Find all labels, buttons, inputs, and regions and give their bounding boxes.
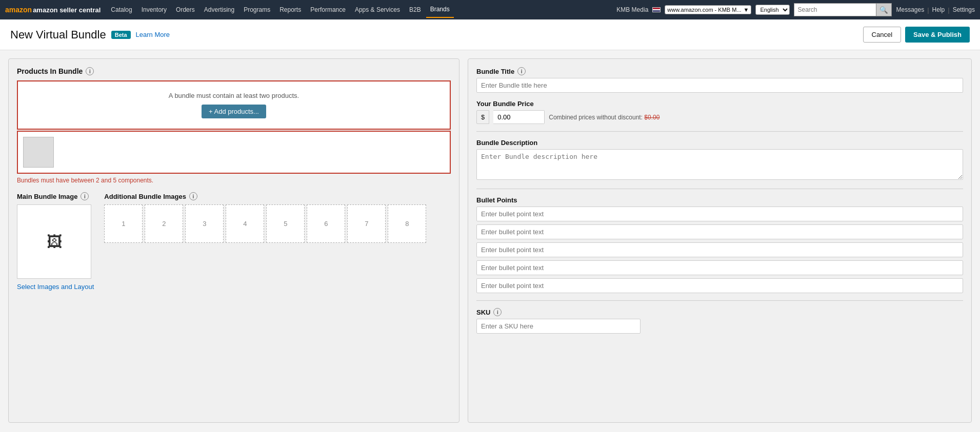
main-image-label: Main Bundle Image i [17,192,94,200]
bullet-point-5[interactable] [476,278,963,293]
bullet-point-2[interactable] [476,224,963,239]
nav-util-links: Messages | Help | Settings [896,6,975,14]
logo-area[interactable]: amazon amazon seller central [5,6,101,14]
bullet-point-1[interactable] [476,207,963,221]
bundle-title-label: Bundle Title i [476,67,963,75]
product-slot-second [17,131,451,174]
additional-images-info-icon[interactable]: i [189,192,197,200]
language-select[interactable]: English [755,5,790,15]
price-input[interactable] [493,110,545,124]
sku-group: SKU i [476,308,963,334]
nav-brands[interactable]: Brands [426,2,454,18]
main-image-info-icon[interactable]: i [81,192,89,200]
empty-slot-text: A bundle must contain at least two produ… [169,92,299,99]
nav-apps-services[interactable]: Apps & Services [351,2,404,17]
nav-orders[interactable]: Orders [172,2,199,17]
bullet-points-label: Bullet Points [476,196,963,204]
right-panel: Bundle Title i Your Bundle Price $ Combi… [468,58,972,423]
products-info-icon[interactable]: i [86,67,94,75]
bundle-title-info-icon[interactable]: i [517,67,526,75]
divider-2 [476,189,963,189]
divider-1 [476,131,963,132]
bundle-error-text: Bundles must have between 2 and 5 compon… [17,177,451,184]
store-dropdown-value: www.amazon.com - KMB M... [667,7,741,13]
combined-price-text: Combined prices without discount: $0.00 [549,114,659,121]
sku-label: SKU i [476,308,963,316]
additional-image-slot-1[interactable]: 1 [104,204,143,243]
additional-image-slot-3[interactable]: 3 [185,204,224,243]
amazon-icon: amazon [5,6,32,14]
store-selector[interactable]: www.amazon.com - KMB M... ▼ [665,5,751,14]
bundle-price-label: Your Bundle Price [476,100,963,108]
search-input[interactable] [794,3,876,16]
nav-programs[interactable]: Programs [239,2,274,17]
page-header: New Virtual Bundle Beta Learn More Cance… [0,19,980,50]
additional-image-slot-7[interactable]: 7 [347,204,386,243]
save-publish-button[interactable]: Save & Publish [905,27,970,43]
bullet-point-4[interactable] [476,260,963,275]
nav-right: KMB Media www.amazon.com - KMB M... ▼ En… [616,3,975,16]
bundle-price-group: Your Bundle Price $ Combined prices with… [476,100,963,124]
bundle-title-input[interactable] [476,78,963,93]
product-placeholder-image [23,137,54,168]
search-bar: 🔍 [794,3,892,16]
nav-inventory[interactable]: Inventory [137,2,171,17]
header-buttons: Cancel Save & Publish [863,27,970,43]
beta-badge: Beta [111,31,131,39]
page-title-area: New Virtual Bundle Beta Learn More [10,28,170,42]
nav-performance[interactable]: Performance [306,2,350,17]
price-row: $ Combined prices without discount: $0.0… [476,110,963,124]
logo-text: amazon seller central [33,6,101,14]
add-products-button[interactable]: + Add products... [202,105,266,118]
account-name: KMB Media [616,6,648,13]
additional-images-grid: 1 2 3 4 5 6 7 8 [104,204,451,243]
divider-3 [476,300,963,301]
main-image-box[interactable]: 🖼 [17,204,91,279]
cancel-button[interactable]: Cancel [863,27,901,43]
bullet-points-group: Bullet Points [476,196,963,293]
left-panel: Products In Bundle i A bundle must conta… [8,58,459,423]
additional-image-slot-6[interactable]: 6 [307,204,345,243]
additional-image-slot-8[interactable]: 8 [388,204,426,243]
product-slot-empty: A bundle must contain at least two produ… [17,80,451,130]
currency-symbol: $ [476,110,489,124]
chevron-down-icon: ▼ [744,7,749,13]
bundle-description-label: Bundle Description [476,139,963,147]
page-title: New Virtual Bundle [10,28,106,42]
bundle-title-group: Bundle Title i [476,67,963,93]
bullet-point-3[interactable] [476,242,963,257]
combined-price-value: $0.00 [644,114,659,121]
learn-more-link[interactable]: Learn More [136,31,170,38]
nav-b2b[interactable]: B2B [405,2,425,17]
nav-links: Catalog Inventory Orders Advertising Pro… [107,2,616,18]
flag-icon [652,7,661,12]
main-image-section: Main Bundle Image i 🖼 Select Images and … [17,192,94,291]
bundle-description-group: Bundle Description [476,139,963,181]
sku-input[interactable] [476,319,641,334]
additional-image-slot-2[interactable]: 2 [145,204,183,243]
products-section-header: Products In Bundle i [17,67,451,75]
nav-advertising[interactable]: Advertising [200,2,238,17]
main-layout: Products In Bundle i A bundle must conta… [0,50,980,431]
additional-image-slot-5[interactable]: 5 [266,204,305,243]
nav-catalog[interactable]: Catalog [107,2,136,17]
bundle-description-input[interactable] [476,149,963,180]
products-heading: Products In Bundle [17,67,83,75]
search-button[interactable]: 🔍 [876,3,892,16]
additional-images-label: Additional Bundle Images i [104,192,451,200]
select-images-link[interactable]: Select Images and Layout [17,283,94,291]
help-link[interactable]: Help [932,6,945,14]
images-section: Main Bundle Image i 🖼 Select Images and … [17,192,451,291]
additional-image-slot-4[interactable]: 4 [226,204,264,243]
image-placeholder-icon: 🖼 [47,233,62,251]
settings-link[interactable]: Settings [953,6,975,14]
nav-reports[interactable]: Reports [275,2,305,17]
sku-info-icon[interactable]: i [493,308,502,316]
top-navigation: amazon amazon seller central Catalog Inv… [0,0,980,19]
messages-link[interactable]: Messages [896,6,924,14]
additional-images-section: Additional Bundle Images i 1 2 3 4 5 6 7… [104,192,451,243]
